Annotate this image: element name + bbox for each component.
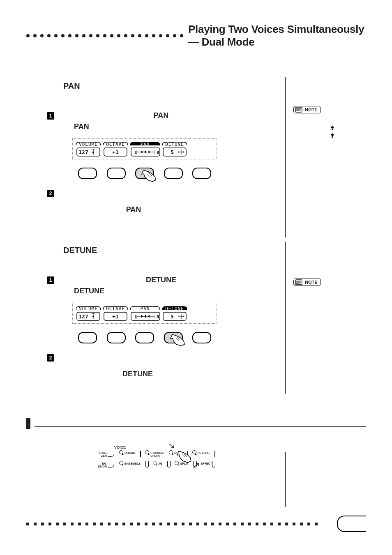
svg-text:127: 127 <box>78 313 88 320</box>
svg-rect-42 <box>92 316 94 317</box>
voice-panel-title: VOICE <box>114 445 215 449</box>
panel-button[interactable] <box>167 461 171 467</box>
svg-rect-34 <box>332 129 333 130</box>
led-icon <box>145 450 149 454</box>
voice-label: EFFECT <box>201 462 212 465</box>
pan-step2-label: PAN <box>111 205 156 214</box>
soft-button-row <box>72 159 217 179</box>
voice-label: REVERB <box>198 451 210 454</box>
pan-step-1: 1 PAN PAN VOLUME <box>47 111 261 179</box>
lcd-pan: VOLUME 127 <box>72 138 217 179</box>
led-icon <box>169 450 173 454</box>
lcd-detune: VOLUME 127 OCTAVE <box>72 303 217 343</box>
svg-rect-36 <box>332 136 333 138</box>
panel-button[interactable] <box>108 461 114 467</box>
svg-rect-54 <box>145 315 146 318</box>
arrow-icon <box>168 443 175 450</box>
voice-label: XG <box>158 462 162 465</box>
voice-label: STRINGS/ CHOIR <box>150 451 164 457</box>
detune-step1-lead: DETUNE <box>134 276 188 284</box>
soft-button[interactable] <box>192 332 211 343</box>
svg-marker-53 <box>148 315 150 318</box>
chapter-title: Playing Two Voices Simultaneously — Dual… <box>188 23 366 48</box>
voice-panel: VOICE ITHE- ZER ORGAN STRINGS/ CHOIR DUA… <box>96 445 215 468</box>
soft-button[interactable] <box>107 332 126 343</box>
note-icon <box>295 279 302 285</box>
svg-text:+1: +1 <box>112 313 119 320</box>
note-label: NOTE <box>305 107 318 112</box>
panel-button[interactable] <box>212 461 215 467</box>
svg-point-33 <box>331 126 334 129</box>
svg-rect-17 <box>145 151 146 153</box>
column-rule <box>285 452 286 507</box>
detune-step1-sub: DETUNE <box>74 287 261 295</box>
svg-marker-52 <box>141 315 143 318</box>
soft-button-row <box>72 324 217 343</box>
pan-heading: PAN <box>63 81 261 91</box>
bottom-section: VOICE ITHE- ZER ORGAN STRINGS/ CHOIR DUA… <box>26 418 366 507</box>
soft-button[interactable] <box>135 332 154 343</box>
svg-text:DETUNE: DETUNE <box>165 142 184 147</box>
svg-rect-65 <box>295 280 302 285</box>
panel-button[interactable] <box>108 451 114 457</box>
pan-step1-lead: PAN <box>138 111 184 120</box>
detune-block: DETUNE 1 DETUNE DETUNE VOLUME <box>26 242 366 394</box>
svg-text:DETUNE: DETUNE <box>165 306 184 311</box>
voice-label: ORGAN <box>125 451 135 454</box>
dot-leader <box>26 34 183 37</box>
soft-button[interactable] <box>107 168 126 179</box>
detune-step2-label: DETUNE <box>111 370 164 378</box>
svg-point-35 <box>331 134 334 136</box>
detune-heading: DETUNE <box>63 246 261 255</box>
section-rule <box>35 426 366 427</box>
arrow-icon <box>193 461 200 468</box>
svg-text:VOLUME: VOLUME <box>79 142 98 147</box>
figure-icon <box>330 126 335 139</box>
note-label: NOTE <box>305 280 318 285</box>
step-number-1: 1 <box>47 276 54 284</box>
column-rule <box>285 77 286 237</box>
soft-button-pan[interactable] <box>135 168 154 179</box>
voice-panel-row: ITHE- ZER ORGAN STRINGS/ CHOIR DUAL REVE… <box>96 451 215 457</box>
pan-step1-sub: PAN <box>74 122 261 131</box>
step-number-1: 1 <box>47 112 54 120</box>
svg-text:PAN: PAN <box>141 306 150 311</box>
note-box: NOTE <box>293 106 359 114</box>
svg-rect-28 <box>295 107 302 112</box>
hand-icon <box>176 449 193 465</box>
hand-icon <box>170 332 186 348</box>
column-rule <box>285 242 286 394</box>
detune-step-2: 2 DETUNE <box>47 353 261 378</box>
voice-panel-row: 'ER- SSION ENSEMBLE XG SPLIT EFFECT <box>96 461 215 468</box>
voice-label: 'ER- SSION <box>96 462 107 468</box>
voice-label: ITHE- ZER <box>96 451 107 457</box>
page-number-tab <box>337 516 366 532</box>
step-number-2: 2 <box>47 190 54 197</box>
page-footer <box>26 516 366 532</box>
pan-step-2: 2 PAN <box>47 189 261 214</box>
svg-text:R: R <box>157 150 159 155</box>
svg-text:127: 127 <box>78 149 88 155</box>
led-icon <box>119 450 123 454</box>
soft-button[interactable] <box>192 168 211 179</box>
note-icon <box>295 107 302 113</box>
hand-icon <box>141 168 157 184</box>
soft-button[interactable] <box>164 168 183 179</box>
svg-text:R: R <box>157 314 159 320</box>
svg-text:VOLUME: VOLUME <box>79 306 98 311</box>
led-icon <box>119 461 123 465</box>
panel-button[interactable] <box>214 451 215 457</box>
svg-text:5: 5 <box>171 149 174 155</box>
soft-button-detune[interactable] <box>164 332 183 343</box>
svg-text:+1: +1 <box>112 149 119 155</box>
soft-button[interactable] <box>78 332 97 343</box>
svg-marker-15 <box>141 151 143 153</box>
soft-button[interactable] <box>78 168 97 179</box>
svg-rect-5 <box>92 152 94 153</box>
voice-label: ENSEMBLE <box>125 462 141 465</box>
led-icon <box>153 461 157 465</box>
panel-button[interactable] <box>145 461 149 467</box>
page-header: Playing Two Voices Simultaneously — Dual… <box>26 23 366 48</box>
svg-text:OCTAVE: OCTAVE <box>106 306 125 311</box>
panel-button[interactable] <box>140 451 141 457</box>
